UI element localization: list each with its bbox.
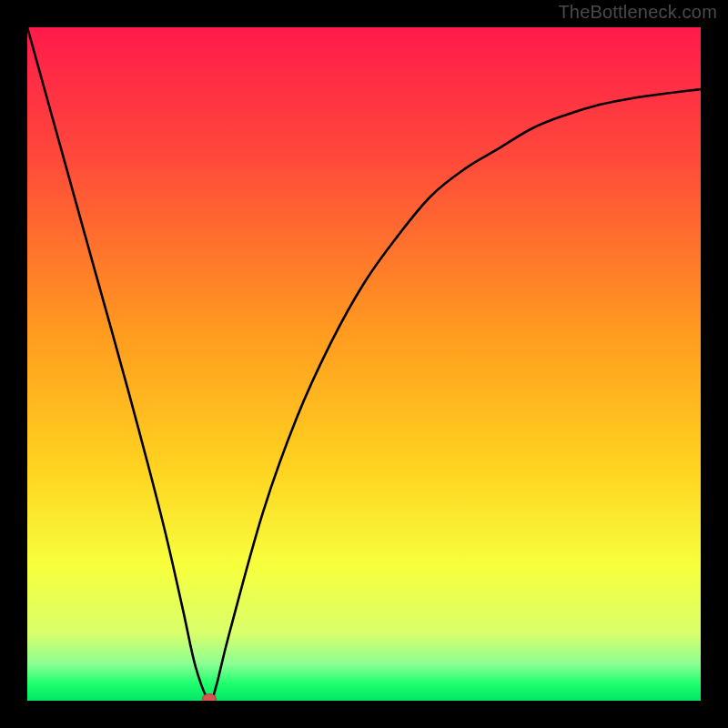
watermark-label: TheBottleneck.com (558, 2, 717, 23)
optimal-point-marker (202, 693, 217, 701)
chart-canvas (27, 27, 701, 701)
chart-frame: TheBottleneck.com (0, 0, 728, 728)
heat-background (27, 27, 701, 701)
plot-area (27, 27, 701, 701)
